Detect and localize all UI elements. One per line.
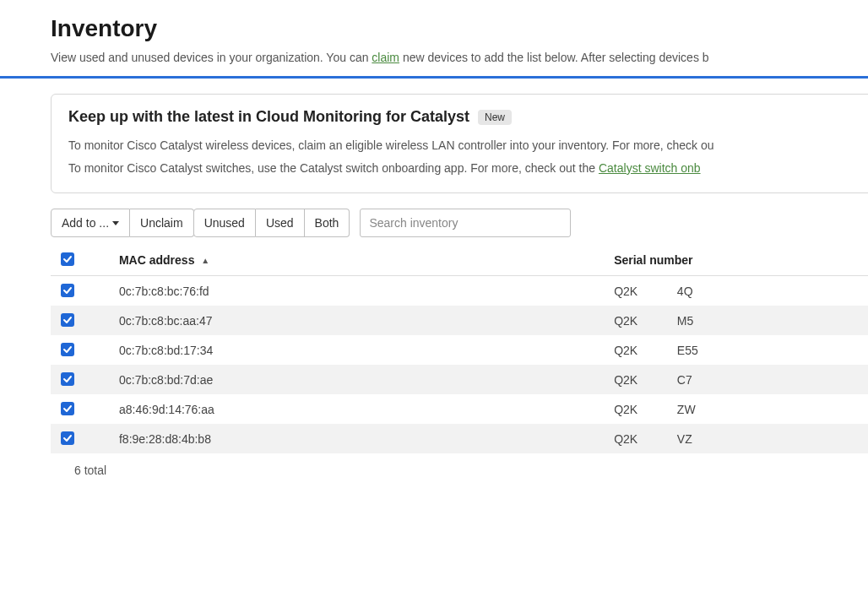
intro-before: View used and unused devices in your org… — [51, 51, 372, 64]
row-checkbox[interactable] — [61, 343, 74, 356]
cell-serial: Q2K M5 — [604, 306, 868, 335]
table-row[interactable]: 0c:7b:c8:bd:17:34Q2K E55—MX68 — [51, 335, 868, 365]
check-icon — [62, 285, 73, 296]
check-icon — [62, 374, 73, 384]
cell-mac: 0c:7b:c8:bd:7d:ae — [109, 365, 604, 394]
cell-mac: 0c:7b:c8:bc:76:fd — [109, 276, 604, 306]
cell-serial: Q2K C7 — [604, 365, 868, 394]
banner-line-1: To monitor Cisco Catalyst wireless devic… — [68, 134, 868, 157]
header-mac-label: MAC address — [119, 253, 194, 267]
row-checkbox-cell[interactable] — [51, 335, 109, 365]
check-icon — [62, 254, 73, 264]
cell-mac: a8:46:9d:14:76:aa — [109, 394, 604, 424]
row-checkbox[interactable] — [61, 284, 74, 297]
check-icon — [62, 315, 73, 325]
row-checkbox[interactable] — [61, 372, 74, 386]
cell-serial: Q2K VZ — [604, 424, 868, 453]
row-count: 6 total — [51, 453, 868, 477]
table-row[interactable]: 0c:7b:c8:bc:aa:47Q2K M5—MX68 — [51, 306, 868, 335]
caret-down-icon — [112, 221, 119, 225]
row-checkbox[interactable] — [61, 402, 74, 415]
table-row[interactable]: a8:46:9d:14:76:aaQ2K ZW—MX68 — [51, 394, 868, 424]
add-to-label: Add to ... — [62, 216, 109, 230]
check-icon — [62, 344, 73, 355]
row-checkbox[interactable] — [61, 431, 74, 445]
action-button-group: Add to ... Unclaim — [51, 209, 194, 237]
intro-after: new devices to add the list below. After… — [399, 51, 709, 64]
intro-text: View used and unused devices in your org… — [51, 51, 868, 64]
divider — [0, 76, 868, 79]
search-input[interactable] — [360, 209, 571, 237]
used-filter-button[interactable]: Used — [256, 209, 305, 237]
catalyst-banner: Keep up with the latest in Cloud Monitor… — [51, 94, 868, 193]
header-select-all[interactable] — [51, 244, 109, 276]
toolbar: Add to ... Unclaim Unused Used Both — [51, 209, 868, 237]
table-row[interactable]: 0c:7b:c8:bd:7d:aeQ2K C7—MX68 — [51, 365, 868, 394]
check-icon — [62, 433, 73, 443]
page-title: Inventory — [51, 15, 868, 42]
catalyst-onboarding-link[interactable]: Catalyst switch onb — [599, 161, 701, 175]
cell-mac: 0c:7b:c8:bd:17:34 — [109, 335, 604, 365]
unclaim-button[interactable]: Unclaim — [130, 209, 194, 237]
cell-serial: Q2K 4Q — [604, 276, 868, 306]
cell-serial: Q2K ZW — [604, 394, 868, 424]
cell-mac: 0c:7b:c8:bc:aa:47 — [109, 306, 604, 335]
table-body: 0c:7b:c8:bc:76:fdQ2K 4Q—MX680c:7b:c8:bc:… — [51, 276, 868, 454]
row-checkbox-cell[interactable] — [51, 306, 109, 335]
header-serial[interactable]: Serial number — [604, 244, 868, 276]
both-filter-button[interactable]: Both — [305, 209, 350, 237]
header-mac[interactable]: MAC address ▲ — [109, 244, 604, 276]
new-badge: New — [478, 110, 512, 125]
claim-link[interactable]: claim — [372, 51, 399, 64]
unused-filter-button[interactable]: Unused — [193, 209, 256, 237]
cell-mac: f8:9e:28:d8:4b:b8 — [109, 424, 604, 453]
inventory-table: MAC address ▲ Serial number Network Mode… — [51, 244, 868, 453]
row-checkbox[interactable] — [61, 313, 74, 327]
table-header-row: MAC address ▲ Serial number Network Mode… — [51, 244, 868, 276]
filter-button-group: Unused Used Both — [193, 209, 350, 237]
banner-title: Keep up with the latest in Cloud Monitor… — [68, 108, 469, 126]
sort-asc-icon: ▲ — [201, 256, 209, 265]
row-checkbox-cell[interactable] — [51, 394, 109, 424]
add-to-button[interactable]: Add to ... — [51, 209, 130, 237]
select-all-checkbox[interactable] — [61, 252, 74, 266]
row-checkbox-cell[interactable] — [51, 365, 109, 394]
row-checkbox-cell[interactable] — [51, 424, 109, 453]
table-row[interactable]: f8:9e:28:d8:4b:b8Q2K VZ—MX68 — [51, 424, 868, 453]
row-checkbox-cell[interactable] — [51, 276, 109, 306]
check-icon — [62, 404, 73, 414]
cell-serial: Q2K E55 — [604, 335, 868, 365]
banner-line-2: To monitor Cisco Catalyst switches, use … — [68, 157, 868, 180]
table-row[interactable]: 0c:7b:c8:bc:76:fdQ2K 4Q—MX68 — [51, 276, 868, 306]
banner-line-2-before: To monitor Cisco Catalyst switches, use … — [68, 161, 599, 175]
